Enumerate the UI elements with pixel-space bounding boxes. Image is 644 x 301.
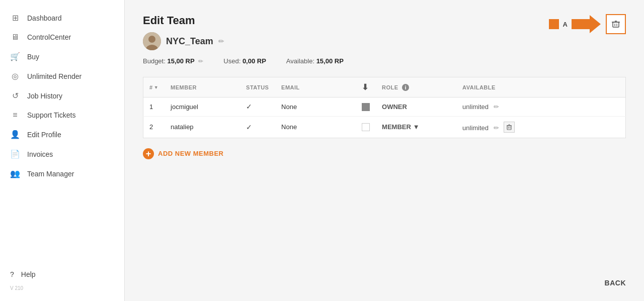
svg-rect-1 — [613, 22, 619, 27]
arrow-right-icon — [572, 15, 602, 33]
col-header-status: STATUS — [240, 77, 275, 97]
controlcenter-icon: 🖥 — [10, 33, 20, 42]
invoices-icon: 📄 — [10, 149, 20, 159]
col-header-num[interactable]: # ▼ — [143, 77, 165, 97]
sidebar-item-dashboard[interactable]: ⊞ Dashboard — [0, 8, 124, 28]
sort-arrow-icon: ▼ — [154, 85, 158, 90]
available-text-1: unlimited — [462, 103, 489, 111]
sidebar-item-controlcenter[interactable]: 🖥 ControlCenter — [0, 28, 124, 47]
sidebar: ⊞ Dashboard 🖥 ControlCenter 🛒 Buy ◎ Unli… — [0, 0, 125, 301]
status-check-icon-2: ✓ — [246, 123, 252, 131]
available-value: 15,00 RP — [316, 57, 344, 65]
sidebar-item-buy[interactable]: 🛒 Buy — [0, 47, 124, 66]
sidebar-label-buy: Buy — [27, 53, 39, 61]
cell-member-1: jocmiguel — [165, 97, 240, 117]
cell-color-2 — [356, 116, 376, 138]
sidebar-item-edit-profile[interactable]: 👤 Edit Profile — [0, 125, 124, 144]
sidebar-label-edit-profile: Edit Profile — [27, 131, 61, 139]
color-square-filled-1 — [362, 103, 370, 111]
team-manager-icon: 👥 — [10, 169, 20, 178]
edit-profile-icon: 👤 — [10, 130, 20, 139]
add-member-row: + ADD NEW MEMBER — [143, 148, 626, 159]
svg-point-7 — [148, 36, 155, 43]
cell-status-1: ✓ — [240, 97, 275, 117]
sidebar-label-dashboard: Dashboard — [27, 14, 62, 22]
job-history-icon: ↺ — [10, 91, 20, 101]
cell-role-2: MEMBER ▼ — [376, 116, 456, 138]
top-right-controls: A — [549, 14, 626, 34]
sidebar-item-help[interactable]: ? Help — [0, 265, 124, 283]
add-circle-icon: + — [143, 148, 154, 159]
sidebar-item-support-tickets[interactable]: ≡ Support Tickets — [0, 106, 124, 125]
cell-available-2: unlimited ✏ — [456, 116, 625, 138]
status-check-icon-1: ✓ — [246, 103, 252, 111]
cell-status-2: ✓ — [240, 116, 275, 138]
budget-field: Budget: 15,00 RP ✏ — [143, 57, 203, 65]
back-button[interactable]: BACK — [605, 279, 626, 287]
sidebar-label-team-manager: Team Manager — [27, 170, 74, 178]
col-header-download[interactable]: ⬇ — [356, 77, 376, 97]
col-header-available: AVAILABLE — [456, 77, 625, 97]
help-icon: ? — [10, 270, 14, 278]
sidebar-item-unlimited-render[interactable]: ◎ Unlimited Render — [0, 66, 124, 86]
members-table: # ▼ MEMBER STATUS EMAIL ⬇ ROLE i AVAILAB… — [143, 77, 626, 138]
cell-member-2: nataliep — [165, 116, 240, 138]
available-text-2: unlimited — [462, 124, 489, 132]
sidebar-item-team-manager[interactable]: 👥 Team Manager — [0, 164, 124, 183]
delete-member-2-button[interactable] — [504, 122, 515, 133]
table-row: 2 nataliep ✓ None MEMBER ▼ unlimited ✏ — [143, 116, 626, 138]
support-tickets-icon: ≡ — [10, 111, 20, 120]
sidebar-version: V 210 — [0, 283, 124, 293]
sidebar-label-support-tickets: Support Tickets — [27, 111, 76, 119]
used-value: 0,00 RP — [243, 57, 266, 65]
edit-available-2-icon[interactable]: ✏ — [494, 124, 499, 132]
cell-num-1: 1 — [143, 97, 165, 117]
delete-team-button[interactable] — [606, 14, 626, 34]
cell-role-1: OWNER — [376, 97, 456, 117]
team-name-edit-icon[interactable]: ✏ — [218, 37, 224, 45]
add-member-label: ADD NEW MEMBER — [158, 150, 224, 157]
svg-marker-0 — [572, 15, 601, 33]
available-field: Available: 15,00 RP — [286, 57, 344, 65]
cell-color-1 — [356, 97, 376, 117]
cell-num-2: 2 — [143, 116, 165, 138]
col-header-member: MEMBER — [165, 77, 240, 97]
cell-email-1: None — [275, 97, 356, 117]
download-icon[interactable]: ⬇ — [362, 83, 369, 91]
team-name: NYC_Team — [166, 36, 213, 47]
sidebar-label-job-history: Job History — [27, 92, 62, 100]
col-header-role: ROLE i — [376, 77, 456, 97]
cell-available-1: unlimited ✏ — [456, 97, 625, 117]
table-row: 1 jocmiguel ✓ None OWNER unlimited ✏ — [143, 97, 626, 117]
dashboard-icon: ⊞ — [10, 13, 20, 23]
used-field: Used: 0,00 RP — [223, 57, 266, 65]
unlimited-render-icon: ◎ — [10, 71, 20, 81]
sidebar-label-unlimited-render: Unlimited Render — [27, 72, 82, 80]
col-header-email: EMAIL — [275, 77, 356, 97]
team-header: NYC_Team ✏ — [143, 32, 626, 50]
color-square-empty-2 — [362, 123, 370, 131]
role-dropdown-2[interactable]: MEMBER ▼ — [382, 123, 450, 131]
sidebar-item-invoices[interactable]: 📄 Invoices — [0, 144, 124, 164]
svg-rect-9 — [507, 126, 511, 130]
main-content: A Edit Team NYC_Team — [125, 0, 644, 301]
sidebar-label-invoices: Invoices — [27, 150, 53, 158]
add-new-member-button[interactable]: + ADD NEW MEMBER — [143, 148, 224, 159]
sidebar-label-controlcenter: ControlCenter — [27, 33, 71, 41]
cell-email-2: None — [275, 116, 356, 138]
role-dropdown-arrow-icon: ▼ — [413, 123, 420, 131]
sidebar-item-job-history[interactable]: ↺ Job History — [0, 86, 124, 106]
role-info-icon[interactable]: i — [402, 84, 409, 91]
buy-icon: 🛒 — [10, 52, 20, 61]
sort-num[interactable]: # ▼ — [149, 84, 158, 90]
budget-value: 15,00 RP — [167, 57, 194, 65]
team-avatar — [143, 32, 161, 50]
role-badge-1: OWNER — [382, 103, 407, 111]
orange-square-icon — [549, 19, 559, 29]
budget-edit-icon[interactable]: ✏ — [198, 58, 203, 65]
sidebar-label-help: Help — [21, 270, 36, 278]
budget-row: Budget: 15,00 RP ✏ Used: 0,00 RP Availab… — [143, 57, 626, 65]
user-initial: A — [563, 21, 568, 28]
edit-available-1-icon[interactable]: ✏ — [494, 103, 499, 111]
